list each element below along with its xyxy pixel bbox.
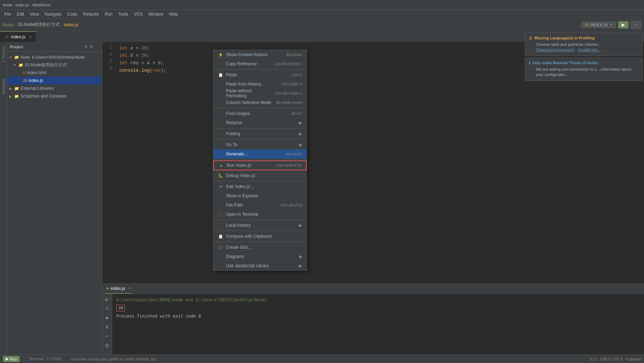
menu-edit[interactable]: Edit bbox=[14, 11, 27, 17]
tree-index-js[interactable]: JS index.js bbox=[7, 77, 102, 84]
menu-vcs[interactable]: VCS bbox=[131, 11, 145, 17]
settings-icon[interactable]: ⚙ bbox=[84, 44, 88, 49]
gear-icon[interactable]: ⋯ bbox=[95, 44, 99, 49]
ctx-use-js-library[interactable]: Use JavaScript Library ▶ bbox=[213, 261, 307, 270]
ctx-lightning-icon: ⚡ bbox=[218, 53, 224, 57]
ctx-show-explorer[interactable]: Show in Explorer bbox=[213, 191, 307, 200]
more-run-options[interactable]: ⋯ bbox=[631, 21, 641, 29]
tree-node-root[interactable]: ▼ 📁 Node E:\Users\30315\Desktop\Node bbox=[7, 53, 102, 61]
tree-index-html[interactable]: H index.html bbox=[7, 69, 102, 77]
status-todo-btn[interactable]: ☑ TODO bbox=[46, 357, 62, 361]
ctx-open-terminal[interactable]: ⬛ Open in Terminal bbox=[213, 210, 307, 219]
js-file-icon: JS bbox=[23, 78, 27, 83]
tab-index-js[interactable]: JS index.js ✕ bbox=[0, 31, 37, 42]
ctx-paste[interactable]: 📋 Paste Ctrl+V bbox=[213, 70, 307, 79]
status-hint: Generate constructor, getter or setter m… bbox=[71, 357, 584, 361]
breadcrumb-file[interactable]: index.js bbox=[64, 22, 78, 27]
notif-title-text2: Help make Material Theme UI better bbox=[532, 61, 598, 65]
status-encoding[interactable]: CRLF UTF-8 bbox=[600, 357, 623, 361]
run-wrap-icon[interactable]: ↩ bbox=[103, 332, 111, 340]
breadcrumb: Node › 01-Node程序执行方式 › index.js bbox=[3, 22, 78, 28]
tree-scratches[interactable]: ▶ 📁 Scratches and Consoles bbox=[7, 92, 102, 100]
ctx-sep6 bbox=[213, 181, 307, 181]
run-panel-header: ▶ index.js ✕ bbox=[102, 284, 644, 294]
breadcrumb-sep2: › bbox=[61, 22, 62, 27]
menu-code[interactable]: Code bbox=[64, 11, 80, 17]
run-tab-active[interactable]: ▶ index.js ✕ bbox=[105, 284, 132, 294]
ctx-local-history[interactable]: Local History ▶ bbox=[213, 221, 307, 230]
ctx-copy-reference[interactable]: Copy Reference Ctrl+Alt+Shift+C bbox=[213, 59, 307, 68]
ctx-debug-indexjs[interactable]: 🐛 Debug 'index.js' bbox=[213, 171, 307, 180]
ctx-arrow-refactor: ▶ bbox=[299, 120, 302, 125]
ctx-goto[interactable]: Go To ▶ bbox=[213, 140, 307, 149]
notif-title-text1: Missing Language(s) in Profiling bbox=[534, 36, 595, 40]
tree-01-node-folder[interactable]: ▼ 📁 01-Node程序执行方式 bbox=[7, 61, 102, 69]
ctx-paste-icon: 📋 bbox=[218, 73, 224, 77]
ctx-file-path[interactable]: File Path Ctrl+Alt+F12 bbox=[213, 200, 307, 210]
ctx-folding[interactable]: Folding ▶ bbox=[213, 129, 307, 138]
ctx-create-gist[interactable]: ⬡ Create Gist... bbox=[213, 243, 307, 252]
menu-help[interactable]: Help bbox=[166, 11, 181, 17]
menu-tools[interactable]: Tools bbox=[115, 11, 131, 17]
ctx-shortcut-paste-hist: Ctrl+Shift+V bbox=[281, 82, 302, 86]
status-terminal-btn[interactable]: ⬛ Terminal bbox=[23, 357, 43, 361]
ctx-paste-no-format[interactable]: Paste without Formatting Ctrl+Alt+Shift+… bbox=[213, 89, 307, 98]
notif-download-link[interactable]: Download language(s) bbox=[536, 48, 575, 52]
ctx-run-indexjs[interactable]: ▶ Run 'index.js' Ctrl+Shift+F10 bbox=[214, 161, 306, 170]
ctx-paste-history[interactable]: Paste from History... Ctrl+Shift+V bbox=[213, 79, 307, 89]
menu-window[interactable]: Window bbox=[145, 11, 166, 17]
expand-icon-01: ▼ bbox=[13, 63, 17, 67]
ctx-label-generate: Generate... bbox=[226, 152, 283, 156]
ctx-refactor[interactable]: Refactor ▶ bbox=[213, 118, 307, 127]
title-bar-text: Node - index.js - WebStorm bbox=[3, 3, 51, 7]
ctx-shortcut-run-indexjs: Ctrl+Shift+F10 bbox=[276, 163, 302, 167]
vtab-project[interactable]: 1: Project bbox=[1, 43, 6, 65]
ctx-find-usages[interactable]: Find Usages Alt+F7 bbox=[213, 109, 307, 118]
run-clear-icon[interactable]: 🗑 bbox=[103, 341, 111, 349]
run-play-icon[interactable]: ▶ bbox=[103, 295, 111, 303]
notif-disable-link[interactable]: Disable lan... bbox=[578, 48, 601, 52]
ctx-generate[interactable]: Generate... Alt+Insert bbox=[213, 149, 307, 159]
menu-refactor[interactable]: Refactor bbox=[80, 11, 102, 17]
ctx-compare-clipboard[interactable]: 📋 Compare with Clipboard bbox=[213, 232, 307, 241]
html-file-icon: H bbox=[23, 71, 26, 75]
ctx-label-compare-clipboard: Compare with Clipboard bbox=[226, 234, 302, 239]
run-config-selector[interactable]: JS INDEX.JS ▼ bbox=[581, 22, 616, 28]
ctx-sep4 bbox=[213, 139, 307, 139]
run-output-number-line: 30 bbox=[116, 304, 640, 312]
menu-bar: File Edit View Navigate Code Refactor Ru… bbox=[0, 10, 644, 18]
tab-close-icon[interactable]: ✕ bbox=[29, 35, 32, 39]
run-stop-icon[interactable]: ■ bbox=[103, 314, 111, 321]
status-run-btn[interactable]: ▶ Run bbox=[3, 356, 20, 362]
tree-external-libs[interactable]: ▶ 📁 External Libraries bbox=[7, 84, 102, 92]
tree-label-01: 01-Node程序执行方式 bbox=[25, 62, 67, 68]
ctx-edit-indexjs[interactable]: ✏ Edit 'index.js'... bbox=[213, 182, 307, 191]
menu-view[interactable]: View bbox=[27, 11, 42, 17]
status-left: ▶ Run ⬛ Terminal ☑ TODO bbox=[3, 356, 62, 362]
ctx-show-context-actions[interactable]: ⚡ Show Context Actions Alt+Enter bbox=[213, 50, 307, 59]
ctx-run-play-icon: ▶ bbox=[218, 163, 225, 168]
menu-run[interactable]: Run bbox=[102, 11, 115, 17]
expand-icon-root: ▼ bbox=[9, 55, 13, 59]
ctx-diagrams[interactable]: Diagrams ▶ bbox=[213, 252, 307, 261]
menu-file[interactable]: File bbox=[1, 11, 14, 17]
layout-icon[interactable]: ⊞ bbox=[90, 44, 93, 49]
run-output: H:\workspace\Dev\NODE\node.exe E:\Users\… bbox=[112, 294, 644, 354]
run-config-icon: JS bbox=[584, 23, 589, 27]
line-num-4: 4 bbox=[102, 65, 112, 72]
status-position[interactable]: 3:17 bbox=[590, 357, 598, 361]
breadcrumb-folder[interactable]: 01-Node程序执行方式 bbox=[18, 22, 60, 28]
ctx-label-filepath: File Path bbox=[226, 203, 277, 208]
run-button[interactable]: ▶ bbox=[618, 21, 628, 28]
run-scroll-icon[interactable]: ⬇ bbox=[103, 323, 111, 331]
run-tab-close[interactable]: ✕ bbox=[128, 286, 131, 290]
run-content: ▶ ↺ ■ ⬇ ↩ 🗑 H:\workspace\Dev\NODE\node.e… bbox=[102, 294, 644, 354]
run-rerun-icon[interactable]: ↺ bbox=[103, 304, 111, 312]
ctx-col-select-mode[interactable]: Column Selection Mode Alt+Shift+Insert bbox=[213, 98, 307, 107]
status-indent[interactable]: 4 spaces bbox=[626, 357, 641, 361]
breadcrumb-node[interactable]: Node bbox=[3, 22, 13, 27]
context-menu: ⚡ Show Context Actions Alt+Enter Copy Re… bbox=[213, 50, 307, 271]
run-tab-icon: ▶ bbox=[106, 286, 109, 291]
vtab-structure[interactable]: Structure bbox=[1, 76, 6, 98]
menu-navigate[interactable]: Navigate bbox=[42, 11, 64, 17]
